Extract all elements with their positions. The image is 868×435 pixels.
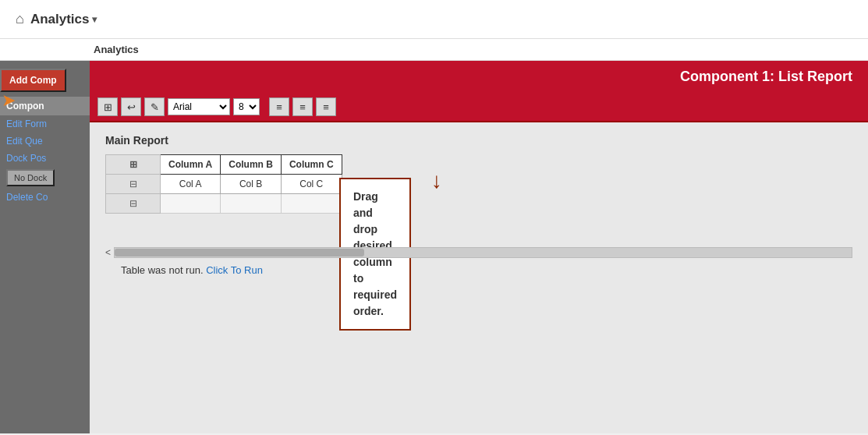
analytics-dropdown[interactable]: Analytics ▾ xyxy=(30,12,97,27)
sidebar: ➤ Add Comp Compon Edit Form Edit Que Doc… xyxy=(0,61,90,433)
font-select[interactable]: Arial xyxy=(168,98,230,115)
component-title: Component 1: List Report xyxy=(680,69,852,84)
scrollbar-thumb xyxy=(115,249,364,256)
align-right-button[interactable]: ≡ xyxy=(316,97,336,116)
top-nav: ⌂ Analytics ▾ xyxy=(0,0,868,39)
report-table: ⊞ Column A Column B Column C ⊟ Col A Col… xyxy=(105,154,342,214)
col-b-data: Col B xyxy=(221,175,282,194)
toolbar: ⊞ ↩ ✎ Arial 8 ≡ ≡ ≡ xyxy=(90,93,868,122)
header-icon-cell: ⊞ xyxy=(106,155,161,175)
dock-pos-link[interactable]: Dock Pos xyxy=(0,150,90,167)
scrollbar-container: < xyxy=(105,247,852,258)
not-run-text: Table was not run. xyxy=(121,264,204,276)
scroll-left-icon[interactable]: < xyxy=(105,247,111,258)
toolbar-undo-button[interactable]: ↩ xyxy=(121,97,141,116)
align-left-button[interactable]: ≡ xyxy=(269,97,289,116)
edit-form-link[interactable]: Edit Form xyxy=(0,115,90,133)
table-extra-row: ⊟ xyxy=(106,194,342,214)
home-icon[interactable]: ⌂ xyxy=(16,11,24,27)
report-area: Main Report ↓ ⊞ Column A Column B Column… xyxy=(90,122,868,433)
horizontal-scrollbar[interactable] xyxy=(114,247,852,258)
column-c-header: Column C xyxy=(281,155,342,175)
component-header: Component 1: List Report xyxy=(90,61,868,93)
col-a-data: Col A xyxy=(161,175,221,194)
main-report-label: Main Report xyxy=(105,134,852,147)
analytics-label: Analytics xyxy=(30,12,90,27)
font-size-select[interactable]: 8 xyxy=(233,98,260,115)
extra-col-b xyxy=(221,194,282,214)
dropdown-arrow: ▾ xyxy=(92,14,97,25)
column-a-header: Column A xyxy=(161,155,221,175)
no-dock-button[interactable]: No Dock xyxy=(6,169,55,186)
toolbar-table-icon[interactable]: ⊞ xyxy=(97,97,118,116)
toolbar-edit-button[interactable]: ✎ xyxy=(144,97,165,116)
edit-query-link[interactable]: Edit Que xyxy=(0,133,90,150)
content-area: Component 1: List Report ⊞ ↩ ✎ Arial 8 ≡… xyxy=(90,61,868,433)
breadcrumb-label: Analytics xyxy=(94,44,139,55)
extra-col-a xyxy=(161,194,221,214)
delete-co-link[interactable]: Delete Co xyxy=(0,189,90,206)
table-data-row: ⊟ Col A Col B Col C xyxy=(106,175,342,194)
report-table-container: ↓ ⊞ Column A Column B Column C ⊟ Col A C… xyxy=(105,154,342,214)
extra-icon-cell: ⊟ xyxy=(106,194,161,214)
column-b-header: Column B xyxy=(221,155,282,175)
breadcrumb: Analytics xyxy=(0,39,868,61)
data-icon-cell: ⊟ xyxy=(106,175,161,194)
add-component-button[interactable]: Add Comp xyxy=(0,69,66,92)
bottom-status: Table was not run. Click To Run xyxy=(105,258,852,282)
col-c-data: Col C xyxy=(281,175,342,194)
align-center-button[interactable]: ≡ xyxy=(292,97,313,116)
drag-arrow-icon: ↓ xyxy=(431,168,442,193)
table-header-row: ⊞ Column A Column B Column C xyxy=(106,155,342,175)
click-to-run-link[interactable]: Click To Run xyxy=(206,264,263,276)
main-layout: ➤ Add Comp Compon Edit Form Edit Que Doc… xyxy=(0,61,868,433)
sidebar-arrow: ➤ xyxy=(2,90,16,111)
extra-col-c xyxy=(281,194,342,214)
